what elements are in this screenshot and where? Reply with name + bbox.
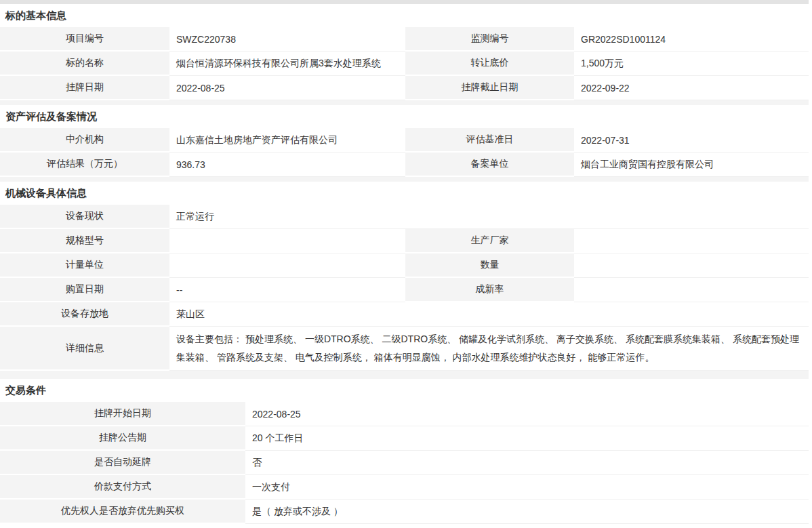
section-3: 交易条件挂牌开始日期2022-08-25挂牌公告期20 个工作日是否自动延牌否价…	[0, 371, 809, 524]
table-row: 挂牌公告期20 个工作日	[0, 426, 809, 451]
field-label: 生产厂家	[405, 229, 574, 253]
field-label: 中介机构	[0, 128, 169, 153]
field-value	[169, 253, 405, 278]
field-value: --	[169, 278, 405, 302]
section-gap	[0, 371, 809, 379]
table-row: 是否自动延牌否	[0, 451, 809, 475]
field-value: 936.73	[169, 153, 405, 177]
field-label: 是否自动延牌	[0, 451, 245, 475]
field-value	[169, 229, 405, 253]
field-label: 监测编号	[405, 27, 574, 52]
field-value: 莱山区	[169, 302, 809, 327]
section-title: 交易条件	[0, 379, 809, 402]
section-title: 资产评估及备案情况	[0, 105, 809, 128]
field-value: 设备主要包括： 预处理系统、 一级DTRO系统、 二级DTRO系统、 储罐及化学…	[169, 327, 809, 371]
field-value	[574, 253, 809, 278]
field-label: 挂牌日期	[0, 76, 169, 100]
field-label: 优先权人是否放弃优先购买权	[0, 500, 245, 524]
table-row: 优先权人是否放弃优先购买权是（ 放弃或不涉及 ）	[0, 500, 809, 524]
field-value: SWZC220738	[169, 27, 405, 52]
section-gap	[0, 100, 809, 105]
field-label: 详细信息	[0, 327, 169, 371]
field-value: 烟台工业商贸国有控股有限公司	[574, 153, 809, 177]
field-value: 正常运行	[169, 205, 809, 229]
field-label: 项目编号	[0, 27, 169, 52]
field-value: GR2022SD1001124	[574, 27, 809, 52]
section-gap	[0, 177, 809, 182]
table-row: 购置日期--成新率	[0, 278, 809, 302]
field-value: 2022-07-31	[574, 128, 809, 153]
field-value: 2022-09-22	[574, 76, 809, 100]
table-row: 详细信息设备主要包括： 预处理系统、 一级DTRO系统、 二级DTRO系统、 储…	[0, 327, 809, 371]
field-label: 挂牌开始日期	[0, 402, 245, 426]
table-row: 价款支付方式一次支付	[0, 475, 809, 500]
table-row: 评估结果（万元）936.73备案单位烟台工业商贸国有控股有限公司	[0, 153, 809, 177]
field-label: 购置日期	[0, 278, 169, 302]
listing-detail-page: 标的基本信息项目编号SWZC220738监测编号GR2022SD1001124标…	[0, 0, 809, 524]
field-value: 2022-08-25	[169, 76, 405, 100]
table-row: 挂牌开始日期2022-08-25	[0, 402, 809, 426]
field-value: 2022-08-25	[245, 402, 809, 426]
field-value: 是（ 放弃或不涉及 ）	[245, 500, 809, 524]
field-label: 设备现状	[0, 205, 169, 229]
field-value	[574, 278, 809, 302]
section-title: 机械设备具体信息	[0, 182, 809, 205]
field-value: 山东嘉信土地房地产资产评估有限公司	[169, 128, 405, 153]
table-row: 标的名称烟台恒清源环保科技有限公司所属3套水处理系统转让底价1,500万元	[0, 52, 809, 76]
table-row: 计量单位数量	[0, 253, 809, 278]
table-row: 设备现状正常运行	[0, 205, 809, 229]
field-value: 20 个工作日	[245, 426, 809, 451]
table-row: 设备存放地莱山区	[0, 302, 809, 327]
field-label: 转让底价	[405, 52, 574, 76]
field-label: 评估基准日	[405, 128, 574, 153]
field-label: 设备存放地	[0, 302, 169, 327]
table-row: 挂牌日期2022-08-25挂牌截止日期2022-09-22	[0, 76, 809, 100]
table-row: 项目编号SWZC220738监测编号GR2022SD1001124	[0, 27, 809, 52]
field-label: 评估结果（万元）	[0, 153, 169, 177]
table-row: 中介机构山东嘉信土地房地产资产评估有限公司评估基准日2022-07-31	[0, 128, 809, 153]
table-row: 规格型号生产厂家	[0, 229, 809, 253]
field-value: 烟台恒清源环保科技有限公司所属3套水处理系统	[169, 52, 405, 76]
field-value: 1,500万元	[574, 52, 809, 76]
section-2: 机械设备具体信息设备现状正常运行规格型号生产厂家计量单位数量购置日期--成新率设…	[0, 177, 809, 371]
field-value	[574, 229, 809, 253]
field-label: 数量	[405, 253, 574, 278]
section-0: 标的基本信息项目编号SWZC220738监测编号GR2022SD1001124标…	[0, 0, 809, 100]
field-label: 规格型号	[0, 229, 169, 253]
field-value: 否	[245, 451, 809, 475]
field-label: 成新率	[405, 278, 574, 302]
section-title: 标的基本信息	[0, 4, 809, 27]
field-label: 计量单位	[0, 253, 169, 278]
field-label: 挂牌截止日期	[405, 76, 574, 100]
field-label: 备案单位	[405, 153, 574, 177]
field-value: 一次支付	[245, 475, 809, 500]
field-label: 标的名称	[0, 52, 169, 76]
field-label: 价款支付方式	[0, 475, 245, 500]
section-1: 资产评估及备案情况中介机构山东嘉信土地房地产资产评估有限公司评估基准日2022-…	[0, 100, 809, 177]
field-label: 挂牌公告期	[0, 426, 245, 451]
